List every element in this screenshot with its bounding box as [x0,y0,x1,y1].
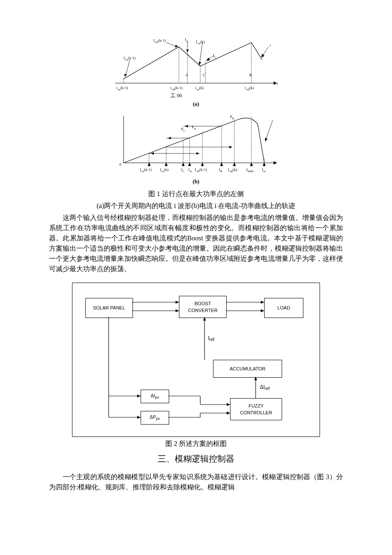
svg-marker-17 [206,58,210,61]
figure-1a: Ion(k-1) Ioff(k-1) IA Ion(k) IC i A C B … [107,38,285,98]
box-boost-label: BOOST CONVERTER [188,300,218,314]
box-fuzzy-label: FUZZY CONTROLLER [240,402,272,416]
figure-2: SOLAR PANEL BOOST CONVERTER LOAD ACCUMUL… [72,283,320,437]
fig1a-ton-km1: ton(k-1) [116,85,128,92]
fig1a-B: B [249,72,252,78]
svg-marker-58 [250,163,253,166]
box-solar-panel: SOLAR PANEL [85,298,133,318]
fig1a-ioff-km1: Ioff(k-1) [153,38,166,44]
svg-marker-11 [175,45,178,47]
fig1a-footnote: 工 00 [170,92,182,99]
box-accumulator: ACCUMULATOR [213,360,282,378]
fig1b-pc: PC [181,127,185,133]
svg-marker-38 [229,146,232,148]
fig1b-ion-km1: Ion(k-1) [140,167,152,173]
fig1b-ion-k: Ion(k) [160,167,169,173]
figure-1b: PC PA PB 0 Ion(k-1) Ion(k) IC IA Ioff(k-… [107,112,285,176]
svg-marker-19 [261,54,265,58]
svg-marker-54 [220,163,223,166]
fig1a-toff-k: toff(k) [245,85,254,92]
svg-marker-36 [168,137,171,139]
fig1a-sublabel: (a) [49,100,343,108]
fig1b-ioff-km1: Ioff(k-1) [195,167,207,173]
figure-1a-container: Ion(k-1) Ioff(k-1) IA Ion(k) IC i A C B … [49,38,343,199]
fig1a-t: t [277,81,278,87]
fig1a-ion-km1: Ion(k-1) [124,55,135,62]
box-dppv-label: ΔPpv [150,413,160,422]
fig1b-ib: IB [219,167,222,173]
box-fuzzy: FUZZY CONTROLLER [230,398,282,420]
svg-marker-40 [185,125,188,127]
box-dipv: ΔIpv [141,390,169,403]
fig1b-isc: Isc [262,167,266,173]
box-dipv-label: ΔIpv [150,392,159,401]
fig1b-ioff-k: Ioff(k) [228,167,237,173]
fig1a-ia: IA [185,37,188,43]
box-load-label: LOAD [277,304,290,312]
label-diref: ΔIref [260,383,270,392]
fig1a-i: i [270,43,271,49]
fig1a-toff-km1: toff(k-1) [170,85,183,92]
fig1b-sublabel: (b) [49,177,343,186]
section-3-heading: 三、模糊逻辑控制器 [49,452,343,465]
svg-marker-56 [233,163,236,166]
box-load: LOAD [264,298,303,318]
svg-marker-48 [182,163,184,166]
svg-marker-13 [186,49,189,52]
fig1b-pb: PB [230,114,234,121]
svg-marker-33 [196,152,199,155]
fig1-caption-sub: (a)两个开关周期内的电流 i 波形(b)电流 i 在电流-功率曲线上的轨迹 [49,201,343,211]
box-accumulator-label: ACCUMULATOR [230,365,265,373]
svg-line-14 [199,43,202,65]
paragraph-2: 一个主观的系统的模糊模型以早先专家知识系统为基础进行设计。模糊逻辑控制器（图 3… [49,472,343,492]
fig1a-C: C [203,72,205,78]
paragraph-1: 这两个输入信号经模糊控制器处理，而模糊控制器的输出是参考电流的增量值。增量值会因… [49,213,343,274]
fig1b-ia: IA [188,167,192,173]
svg-marker-60 [263,163,265,166]
svg-marker-21 [274,161,277,165]
fig1b-ic: IC [181,167,184,173]
fig1b-impp: IMPP [246,167,254,173]
fig1b-pa: PA [192,124,196,131]
box-solar-panel-label: SOLAR PANEL [93,304,125,312]
fig1a-A: A [185,72,188,78]
fig1a-ion-k: Ion(k) [196,39,205,46]
svg-marker-50 [188,163,191,166]
figure-1b-svg [107,112,285,176]
svg-marker-1 [274,81,277,85]
svg-marker-46 [165,163,167,166]
svg-marker-44 [148,163,150,166]
fig1a-ic: IC [213,53,216,59]
fig2-caption: 图 2 所述方案的框图 [49,439,343,449]
fig1b-zero: 0 [119,162,121,168]
fig1a-ton-k: ton(k) [195,85,204,92]
fig1-caption: 图 1 运行点在最大功率点的左侧 [49,189,343,199]
svg-marker-52 [201,163,204,166]
svg-marker-9 [124,74,127,77]
label-iref: Iref [208,334,214,343]
box-dppv: ΔPpv [141,411,169,425]
box-boost: BOOST CONVERTER [179,296,227,318]
